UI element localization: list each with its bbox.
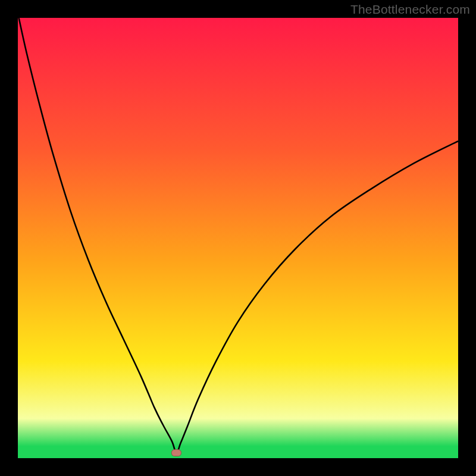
plot-background [18, 18, 458, 458]
watermark-text: TheBottlenecker.com [350, 2, 470, 17]
optimal-marker [171, 450, 181, 456]
bottleneck-chart [0, 0, 476, 476]
chart-frame: TheBottlenecker.com [0, 0, 476, 476]
